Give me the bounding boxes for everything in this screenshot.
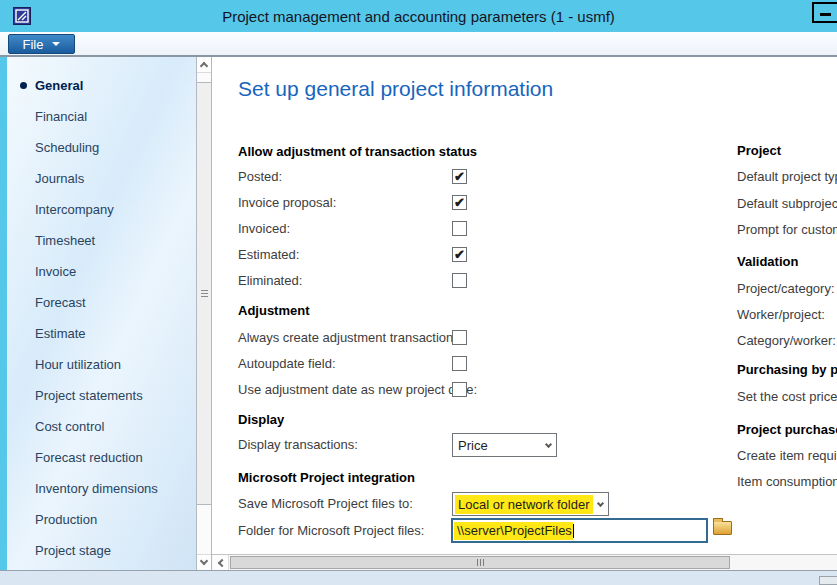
checkbox-eliminated[interactable] bbox=[452, 273, 467, 288]
sidebar-item-project-statements[interactable]: Project statements bbox=[7, 380, 196, 411]
checkbox-invoice-proposal[interactable]: ✔ bbox=[452, 195, 467, 210]
file-menu-label: File bbox=[23, 37, 44, 52]
selected-bullet-icon bbox=[20, 82, 27, 89]
checkbox-always-create-adjustment[interactable] bbox=[452, 330, 467, 345]
display-transactions-select[interactable]: Price bbox=[452, 433, 557, 457]
window-bottom-strip bbox=[0, 570, 837, 585]
field-label-worker-project: Worker/project: bbox=[737, 307, 825, 323]
sidebar-item-label: Invoice bbox=[35, 264, 76, 279]
field-label-category-worker: Category/worker: bbox=[737, 333, 836, 349]
field-label-invoice-proposal: Invoice proposal: bbox=[238, 195, 336, 211]
section-header-adjustment: Adjustment bbox=[238, 303, 310, 318]
sidebar-item-intercompany[interactable]: Intercompany bbox=[7, 194, 196, 225]
section-header-purchasing: Purchasing by proj bbox=[737, 362, 837, 377]
sidebar-item-timesheet[interactable]: Timesheet bbox=[7, 225, 196, 256]
scroll-up-button[interactable] bbox=[197, 57, 211, 73]
sidebar-item-scheduling[interactable]: Scheduling bbox=[7, 132, 196, 163]
section-header-transaction-status: Allow adjustment of transaction status bbox=[238, 144, 477, 159]
section-header-validation: Validation bbox=[737, 254, 798, 269]
chevron-left-icon bbox=[218, 558, 226, 566]
field-label-save-msp-files: Save Microsoft Project files to: bbox=[238, 496, 413, 512]
input-value-highlighted: \\server\ProjectFiles bbox=[454, 522, 573, 540]
window-title: Project management and accounting parame… bbox=[0, 0, 837, 32]
content-region: General Financial Scheduling Journals In… bbox=[0, 57, 837, 570]
sidebar-item-estimate[interactable]: Estimate bbox=[7, 318, 196, 349]
horizontal-scrollbar-thumb[interactable] bbox=[230, 556, 730, 569]
sidebar-item-invoice[interactable]: Invoice bbox=[7, 256, 196, 287]
section-header-project-purchases: Project purchases bbox=[737, 422, 837, 437]
field-label-always-create: Always create adjustment transaction: bbox=[238, 330, 457, 346]
checkbox-estimated[interactable]: ✔ bbox=[452, 247, 467, 262]
resize-grip[interactable] bbox=[819, 576, 837, 585]
checkbox-autoupdate-field[interactable] bbox=[452, 356, 467, 371]
sidebar-item-label: Project stage bbox=[35, 543, 111, 558]
sidebar-item-hour-utilization[interactable]: Hour utilization bbox=[7, 349, 196, 380]
folder-browse-icon[interactable] bbox=[713, 521, 732, 535]
chevron-down-icon bbox=[545, 441, 552, 448]
sidebar-item-label: Forecast bbox=[35, 295, 86, 310]
sidebar-item-label: Cost control bbox=[35, 419, 104, 434]
scroll-left-button[interactable] bbox=[213, 555, 229, 570]
sidebar-item-label: Scheduling bbox=[35, 140, 99, 155]
field-label-estimated: Estimated: bbox=[238, 247, 299, 263]
checkbox-posted[interactable]: ✔ bbox=[452, 169, 467, 184]
sidebar-item-label: Financial bbox=[35, 109, 87, 124]
main-pane: Set up general project information Allow… bbox=[212, 57, 837, 570]
folder-path-input[interactable]: \\server\ProjectFiles bbox=[451, 518, 708, 543]
horizontal-scrollbar bbox=[212, 554, 837, 570]
title-bar: Project management and accounting parame… bbox=[0, 0, 837, 32]
file-menu-button[interactable]: File bbox=[8, 34, 75, 54]
sidebar-item-label: Intercompany bbox=[35, 202, 114, 217]
field-label-invoiced: Invoiced: bbox=[238, 221, 290, 237]
field-label-posted: Posted: bbox=[238, 169, 282, 185]
sidebar-item-label: Inventory dimensions bbox=[35, 481, 158, 496]
sidebar-item-production[interactable]: Production bbox=[7, 504, 196, 535]
parameters-window: Project management and accounting parame… bbox=[0, 0, 837, 585]
selected-option-highlighted: Local or network folder bbox=[455, 495, 593, 514]
sidebar-nav: General Financial Scheduling Journals In… bbox=[7, 57, 196, 570]
sidebar-item-project-stage[interactable]: Project stage bbox=[7, 535, 196, 566]
save-msp-files-select[interactable]: Local or network folder bbox=[452, 492, 609, 516]
section-header-msp-integration: Microsoft Project integration bbox=[238, 470, 415, 485]
sidebar-item-inventory-dimensions[interactable]: Inventory dimensions bbox=[7, 473, 196, 504]
sidebar-item-journals[interactable]: Journals bbox=[7, 163, 196, 194]
sidebar-item-label: Journals bbox=[35, 171, 84, 186]
field-label-display-transactions: Display transactions: bbox=[238, 437, 358, 453]
sidebar-item-forecast[interactable]: Forecast bbox=[7, 287, 196, 318]
section-header-display: Display bbox=[238, 412, 284, 427]
minimize-button[interactable] bbox=[812, 2, 837, 23]
field-label-project-category: Project/category: bbox=[737, 281, 835, 297]
window-left-border bbox=[0, 57, 7, 570]
field-label-folder-msp-files: Folder for Microsoft Project files: bbox=[238, 523, 424, 539]
caret-down-icon bbox=[52, 42, 60, 46]
field-label-default-subproject: Default subproject bbox=[737, 196, 837, 212]
field-label-create-item-requirement: Create item require bbox=[737, 448, 837, 464]
section-header-project: Project bbox=[737, 143, 781, 158]
sidebar-item-label: Production bbox=[35, 512, 97, 527]
field-label-eliminated: Eliminated: bbox=[238, 273, 302, 289]
sidebar-item-label: Hour utilization bbox=[35, 357, 121, 372]
chevron-up-icon bbox=[200, 62, 208, 70]
sidebar-item-financial[interactable]: Financial bbox=[7, 101, 196, 132]
checkbox-invoiced[interactable] bbox=[452, 221, 467, 236]
sidebar-item-forecast-reduction[interactable]: Forecast reduction bbox=[7, 442, 196, 473]
sidebar-item-label: Timesheet bbox=[35, 233, 95, 248]
field-label-item-consumption: Item consumption bbox=[737, 474, 837, 490]
selected-option: Price bbox=[453, 438, 488, 453]
sidebar-item-cost-control[interactable]: Cost control bbox=[7, 411, 196, 442]
scroll-down-button[interactable] bbox=[197, 554, 211, 570]
sidebar-item-label: Forecast reduction bbox=[35, 450, 143, 465]
minimize-icon bbox=[820, 13, 831, 16]
sidebar-item-label: Project statements bbox=[35, 388, 143, 403]
field-label-autoupdate: Autoupdate field: bbox=[238, 356, 336, 372]
field-label-set-cost-price: Set the cost price bbox=[737, 389, 837, 405]
sidebar-item-general[interactable]: General bbox=[7, 70, 196, 101]
field-label-prompt-for-customer: Prompt for customer bbox=[737, 222, 837, 238]
chevron-down-icon bbox=[200, 557, 208, 565]
field-label-use-adjustment-date: Use adjustment date as new project date: bbox=[238, 382, 477, 398]
page-title: Set up general project information bbox=[238, 77, 553, 101]
text-cursor bbox=[573, 524, 574, 538]
vertical-scrollbar-thumb[interactable] bbox=[197, 82, 211, 505]
field-label-default-project-type: Default project type: bbox=[737, 169, 837, 185]
checkbox-use-adjustment-date[interactable] bbox=[452, 382, 467, 397]
